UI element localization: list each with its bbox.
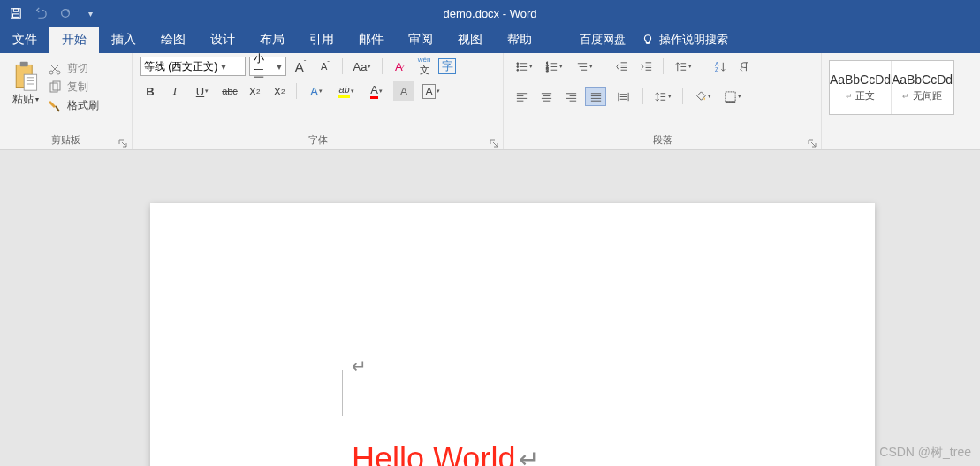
shrink-font-button[interactable]: Aˇ bbox=[315, 57, 336, 76]
svg-text:Z: Z bbox=[714, 66, 718, 73]
tab-home[interactable]: 开始 bbox=[49, 27, 99, 53]
redo-icon[interactable] bbox=[53, 0, 78, 27]
title-bar: ▾ demo.docx - Word bbox=[0, 0, 980, 27]
align-center-button[interactable] bbox=[536, 87, 557, 106]
margin-guide-horizontal bbox=[308, 416, 343, 416]
textdir-icon bbox=[674, 60, 688, 73]
document-page[interactable]: ↵ Hello World ↵ bbox=[150, 203, 875, 466]
shading-button[interactable]: ▾ bbox=[689, 87, 716, 106]
sort-button[interactable]: AZ bbox=[710, 57, 731, 76]
align-justify-button[interactable] bbox=[585, 87, 606, 106]
svg-point-12 bbox=[517, 65, 519, 67]
line-spacing-button[interactable]: ▾ bbox=[650, 87, 676, 106]
tab-layout[interactable]: 布局 bbox=[247, 27, 297, 53]
strikethrough-button[interactable]: abc bbox=[219, 81, 240, 101]
align-right-button[interactable] bbox=[560, 87, 581, 106]
tab-mail[interactable]: 邮件 bbox=[346, 27, 396, 53]
borders-icon bbox=[724, 90, 737, 103]
underline-button[interactable]: U▾ bbox=[189, 81, 216, 101]
svg-rect-2 bbox=[13, 14, 19, 18]
copy-button[interactable]: 复制 bbox=[44, 79, 103, 95]
paragraph-dialog-launcher[interactable] bbox=[807, 136, 817, 147]
format-painter-button[interactable]: 格式刷 bbox=[44, 97, 103, 114]
bold-button[interactable]: B bbox=[140, 81, 161, 101]
bullets-icon bbox=[515, 60, 528, 73]
align-right-icon bbox=[565, 90, 578, 103]
sort-icon: AZ bbox=[714, 60, 727, 73]
align-center-icon bbox=[540, 90, 553, 103]
font-name-dropdown[interactable]: 等线 (西文正文)▾ bbox=[140, 57, 246, 76]
style-no-spacing[interactable]: AaBbCcDd ↵ 无间距 bbox=[892, 61, 953, 114]
text-effects-button[interactable]: A▾ bbox=[303, 81, 330, 101]
font-size-dropdown[interactable]: 小三▾ bbox=[249, 57, 286, 76]
style-gallery[interactable]: AaBbCcDd ↵ 正文 AaBbCcDd ↵ 无间距 bbox=[829, 60, 954, 115]
distributed-button[interactable] bbox=[610, 87, 636, 106]
clipboard-dialog-launcher[interactable] bbox=[118, 136, 128, 147]
phonetic-guide-button[interactable]: wén文 bbox=[414, 57, 435, 76]
clear-formatting-button[interactable]: A⁄ bbox=[389, 57, 410, 76]
tab-design[interactable]: 设计 bbox=[198, 27, 247, 53]
netdisk-button[interactable]: 百度网盘 bbox=[580, 32, 626, 48]
paragraph-mark-2: ↵ bbox=[519, 445, 539, 467]
qat-customize-icon[interactable]: ▾ bbox=[78, 0, 103, 27]
italic-button[interactable]: I bbox=[164, 81, 186, 101]
char-border-button[interactable]: 字 bbox=[438, 58, 456, 74]
svg-rect-5 bbox=[20, 62, 28, 66]
highlight-button[interactable]: ab▾ bbox=[333, 81, 360, 101]
increase-indent-button[interactable] bbox=[635, 57, 657, 76]
svg-rect-19 bbox=[726, 91, 735, 101]
group-label-clipboard: 剪贴板 bbox=[7, 132, 125, 149]
subscript-button[interactable]: X2 bbox=[244, 81, 265, 101]
svg-rect-6 bbox=[24, 74, 36, 90]
distributed-icon bbox=[617, 90, 630, 103]
align-left-button[interactable] bbox=[511, 87, 532, 106]
text-direction-button[interactable]: ▾ bbox=[670, 57, 696, 76]
tab-file[interactable]: 文件 bbox=[0, 27, 49, 53]
change-case-button[interactable]: Aa▾ bbox=[349, 57, 376, 76]
decrease-indent-button[interactable] bbox=[611, 57, 632, 76]
tab-insert[interactable]: 插入 bbox=[99, 27, 148, 53]
tab-references[interactable]: 引用 bbox=[297, 27, 346, 53]
numbering-button[interactable]: 123▾ bbox=[541, 57, 567, 76]
window-title: demo.docx - Word bbox=[106, 7, 874, 20]
font-color-button[interactable]: A▾ bbox=[363, 81, 390, 101]
group-label-paragraph: 段落 bbox=[511, 132, 814, 149]
group-label-font: 字体 bbox=[140, 132, 496, 149]
tab-review[interactable]: 审阅 bbox=[396, 27, 445, 53]
multilevel-list-button[interactable]: ▾ bbox=[571, 57, 597, 76]
tab-help[interactable]: 帮助 bbox=[495, 27, 544, 53]
paste-button[interactable]: 粘贴▾ bbox=[7, 57, 44, 107]
pilcrow-icon bbox=[739, 60, 752, 73]
superscript-button[interactable]: X2 bbox=[269, 81, 290, 101]
tab-draw[interactable]: 绘图 bbox=[148, 27, 198, 53]
tell-me-search[interactable]: 操作说明搜索 bbox=[642, 32, 728, 48]
grow-font-button[interactable]: Aˆ bbox=[290, 57, 311, 76]
copy-icon bbox=[48, 80, 62, 95]
undo-icon[interactable] bbox=[28, 0, 53, 27]
margin-guide-vertical bbox=[342, 370, 343, 416]
lightbulb-icon bbox=[642, 34, 654, 46]
style-normal[interactable]: AaBbCcDd ↵ 正文 bbox=[830, 61, 892, 114]
group-clipboard: 粘贴▾ 剪切 复制 格式刷 剪贴板 bbox=[0, 53, 133, 149]
borders-button[interactable]: ▾ bbox=[719, 87, 746, 106]
document-area[interactable]: ↵ Hello World ↵ bbox=[0, 150, 980, 466]
font-dialog-launcher[interactable] bbox=[489, 136, 499, 147]
indent-icon bbox=[640, 60, 653, 73]
svg-point-11 bbox=[517, 62, 519, 64]
group-paragraph: ▾ 123▾ ▾ ▾ AZ ▾ ▾ bbox=[504, 53, 822, 149]
ribbon-tabs: 文件 开始 插入 绘图 设计 布局 引用 邮件 审阅 视图 帮助 百度网盘 操作… bbox=[0, 27, 980, 53]
numbering-icon: 123 bbox=[545, 60, 558, 73]
quick-access-toolbar: ▾ bbox=[0, 0, 106, 27]
save-icon[interactable] bbox=[4, 0, 28, 27]
bullets-button[interactable]: ▾ bbox=[511, 57, 537, 76]
tab-view[interactable]: 视图 bbox=[445, 27, 495, 53]
char-shading-button[interactable]: A bbox=[393, 81, 414, 101]
svg-point-3 bbox=[62, 10, 70, 18]
enclose-char-button[interactable]: A▾ bbox=[418, 81, 444, 101]
group-font: 等线 (西文正文)▾ 小三▾ Aˆ Aˇ Aa▾ A⁄ wén文 字 B I U… bbox=[133, 53, 504, 149]
show-marks-button[interactable] bbox=[734, 57, 756, 76]
cut-button[interactable]: 剪切 bbox=[44, 60, 103, 77]
paragraph-mark: ↵ bbox=[352, 355, 367, 377]
svg-text:3: 3 bbox=[546, 68, 549, 73]
document-text-line[interactable]: Hello World ↵ bbox=[352, 440, 539, 466]
